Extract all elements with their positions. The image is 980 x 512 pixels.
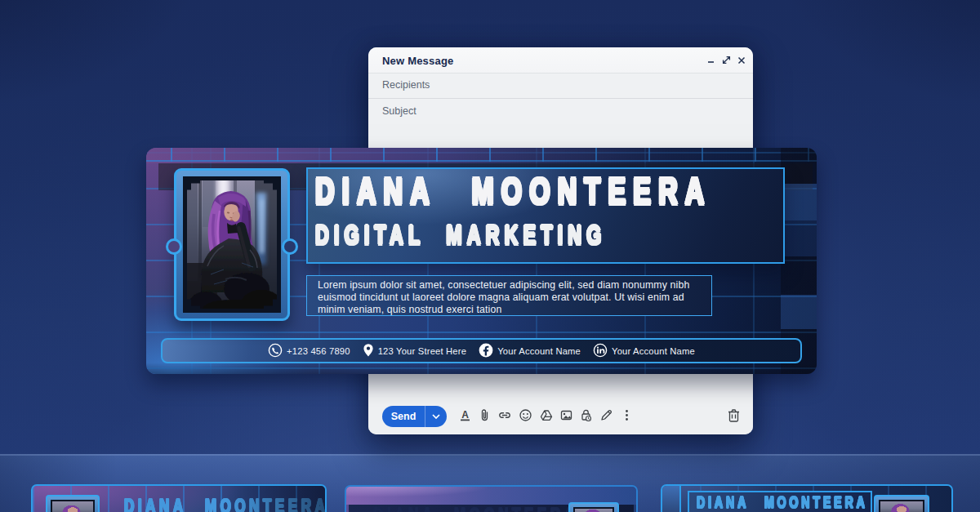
svg-text:A: A (461, 409, 469, 421)
